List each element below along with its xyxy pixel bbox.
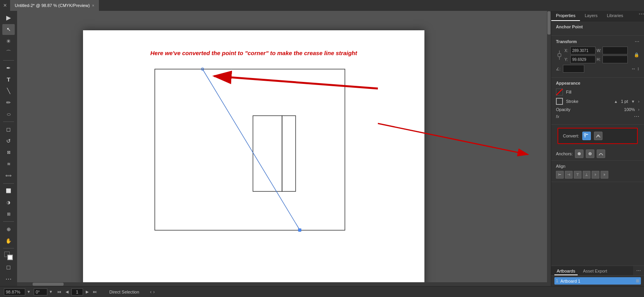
flip-vertical-btn[interactable]: ↕ [637,66,639,71]
canvas-right-arrow[interactable]: › [153,289,155,295]
page-navigation: ⏮ ◀ 1 ▶ ⏭ [56,288,99,295]
fill-stroke-btn[interactable] [2,250,15,261]
drawing-modes-btn[interactable]: ☐ [2,262,15,273]
prev-page-btn[interactable]: ◀ [64,289,70,295]
width-tool-btn[interactable]: ⟺ [2,170,15,181]
align-right-btn[interactable]: ⊤ [574,171,582,179]
align-center-vertical-btn[interactable]: ⊦ [592,171,599,179]
svg-rect-1 [253,116,282,191]
w-input[interactable] [602,47,628,54]
align-top-btn[interactable]: ⊥ [583,171,590,179]
w-label: W: [597,49,601,53]
transform-section: Transform ⋯ X: [551,36,644,78]
fill-swatch[interactable] [556,89,563,96]
line-icon: ╲ [7,88,10,94]
pen-tool-btn[interactable]: ✒ [2,63,15,73]
rotate-input[interactable] [563,65,584,73]
drawing-svg [83,30,424,286]
tab-close-btn[interactable]: × [92,3,94,8]
appearance-more-btn[interactable]: ⋯ [634,113,639,120]
stroke-weight-value: 1 pt [621,99,628,104]
smooth-anchor-btn[interactable] [597,149,605,158]
warp-tool-btn[interactable]: ≋ [2,159,15,170]
zoom-tool-btn[interactable]: ⊕ [2,224,15,234]
document-tab[interactable]: Untitled-2* @ 98.87 % (CMYK/Preview) × [10,0,99,11]
canvas-horizontal-scrollbar-thumb[interactable] [33,283,64,286]
stroke-options-arrow[interactable]: › [638,99,639,104]
rotate-tool-btn[interactable]: ↺ [2,135,15,146]
pencil-tool-btn[interactable]: ✏ [2,97,15,108]
tab-properties[interactable]: Properties [551,11,580,21]
zoom-input[interactable] [4,288,25,295]
eraser-tool-btn[interactable]: ◻ [2,124,15,135]
scale-tool-btn[interactable]: ⊠ [2,147,15,158]
stroke-weight-stepper-up[interactable]: ▲ [614,99,618,104]
transform-xy-row: X: W: Y: H: 🔒 [556,47,639,63]
lasso-tool-btn[interactable]: ⌒ [2,47,15,58]
status-bar: ▼ ▼ ⏮ ◀ 1 ▶ ⏭ Direct Selection ‹ › [0,286,644,297]
canvas-horizontal-scrollbar[interactable] [17,282,551,286]
transform-more-icon[interactable]: ⋯ [635,39,639,44]
align-bottom-btn[interactable]: ⊧ [601,171,608,179]
next-page-btn[interactable]: ▶ [84,289,90,295]
svg-rect-0 [155,69,345,230]
artboards-more-icon[interactable]: ⋯ [633,268,644,273]
anchors-label: Anchors: [556,151,573,156]
bottom-panel: Artboards Asset Export ⋯ 1 Artboard 1 ⊞ [551,266,644,286]
tab-libraries[interactable]: Libraries [602,11,628,21]
canvas-left-arrow[interactable]: ‹ [150,289,152,295]
hand-tool-btn[interactable]: ✋ [2,235,15,246]
more-tools-btn[interactable]: ⋯ [2,274,15,285]
align-center-horizontal-btn[interactable]: ⊣ [565,171,573,179]
blob-brush-tool-btn[interactable]: ⬭ [2,109,15,120]
rotation-input[interactable] [34,288,47,295]
remove-anchor-btn[interactable] [586,149,594,158]
canvas-area[interactable]: Here we've converted the point to "corne… [17,11,551,286]
direct-selection-tool-btn[interactable]: ↖ [2,24,15,35]
stroke-swatch[interactable] [556,98,563,105]
tab-layers[interactable]: Layers [580,11,602,21]
panel-tab-more-icon[interactable]: ⋯ [639,11,644,21]
opacity-options-arrow[interactable]: › [638,108,639,112]
magic-wand-icon: ✳ [6,38,11,44]
artboard: Here we've converted the point to "corne… [83,30,424,286]
toolbar-separator-1 [3,60,14,61]
artboards-tabs: Artboards Asset Export [551,266,633,275]
perspective-grid-tool-btn[interactable]: ⊞ [2,209,15,220]
toolbar-separator-5 [3,248,14,248]
eraser-icon: ◻ [6,126,11,132]
type-tool-btn[interactable]: T [2,74,15,85]
flip-horizontal-btn[interactable]: ↔ [631,66,636,71]
smooth-anchor-icon [598,151,604,156]
convert-corner-btn[interactable] [582,132,591,140]
selection-tool-btn[interactable]: ▶ [2,12,15,23]
shape-builder-tool-btn[interactable]: ◑ [2,197,15,208]
align-left-btn[interactable]: ⊢ [556,171,564,179]
svg-line-3 [203,69,300,230]
lock-proportions-btn[interactable]: 🔒 [634,52,639,57]
zoom-dropdown-icon[interactable]: ▼ [27,290,31,294]
magic-wand-tool-btn[interactable]: ✳ [2,36,15,47]
canvas-vertical-scrollbar[interactable] [547,11,551,286]
smooth-point-icon [596,133,601,139]
line-tool-btn[interactable]: ╲ [2,85,15,96]
close-btn[interactable]: ✕ [3,3,7,8]
x-input[interactable] [570,47,596,54]
artboard-resize-icon[interactable]: ⊞ [636,278,639,283]
rotation-dropdown-icon[interactable]: ▼ [49,290,53,294]
opacity-row: Opacity 100% › [556,107,639,112]
svg-rect-11 [558,54,561,57]
canvas-vertical-scrollbar-thumb[interactable] [547,11,551,35]
h-input[interactable] [602,56,628,63]
rotate-row: ∠: ↔ ↕ [556,65,639,73]
free-transform-tool-btn[interactable]: ⬜ [2,186,15,196]
add-anchor-btn[interactable] [575,149,583,158]
artboard-item[interactable]: 1 Artboard 1 ⊞ [554,277,641,285]
last-page-btn[interactable]: ⏭ [92,289,99,295]
y-input[interactable] [570,56,596,63]
first-page-btn[interactable]: ⏮ [56,289,63,295]
convert-smooth-btn[interactable] [594,132,602,140]
stroke-weight-stepper-down[interactable]: ▼ [631,99,635,104]
tab-artboards[interactable]: Artboards [554,267,578,275]
tab-asset-export[interactable]: Asset Export [581,267,609,275]
